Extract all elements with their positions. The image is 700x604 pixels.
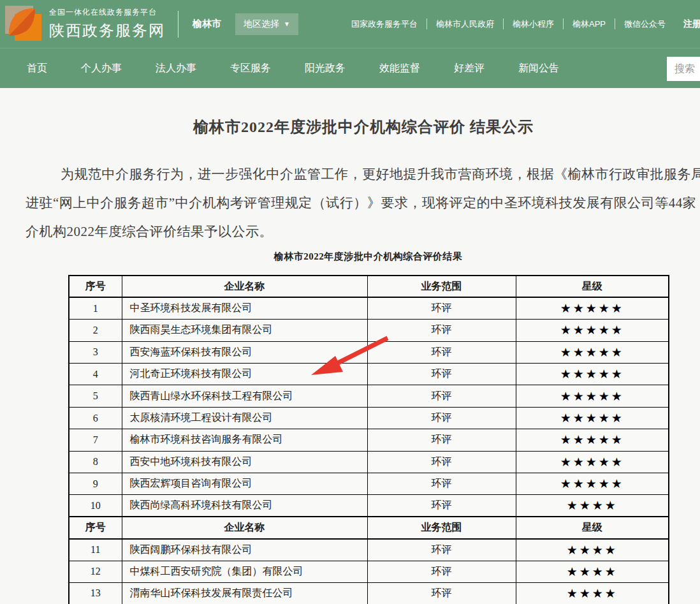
- nav-item-4[interactable]: 专区服务: [230, 62, 271, 75]
- table-row: 5陕西青山绿水环保科技工程有限公司环评★★★★★: [69, 385, 669, 407]
- cell-scope: 环评: [367, 582, 516, 604]
- cell-no: 1: [69, 297, 122, 319]
- nav-item-1[interactable]: 首页: [27, 62, 47, 75]
- cell-stars: ★★★★: [516, 582, 669, 604]
- cell-no: 6: [69, 407, 122, 429]
- current-city[interactable]: 榆林市: [193, 18, 221, 30]
- column-header: 序号: [69, 517, 122, 538]
- cell-no: 3: [69, 341, 122, 363]
- cell-scope: 环评: [367, 407, 516, 429]
- region-selector-button[interactable]: 地区选择 ▼: [235, 13, 298, 35]
- column-header: 业务范围: [367, 517, 516, 538]
- cell-name: 渭南华山环保科技发展有限责任公司: [122, 582, 367, 604]
- table-row: 9陕西宏辉项目咨询有限公司环评★★★★★: [69, 473, 669, 495]
- cell-no: 13: [69, 582, 122, 604]
- platform-name: 全国一体化在线政务服务平台: [49, 7, 165, 18]
- article: 榆林市2022年度涉批中介机构综合评价 结果公示 为规范中介服务行为，进一步强化…: [0, 118, 700, 604]
- nav-item-7[interactable]: 好差评: [454, 62, 485, 75]
- cell-scope: 环评: [367, 429, 516, 451]
- cell-name: 中圣环境科技发展有限公司: [122, 297, 367, 319]
- region-selector-label: 地区选择: [244, 18, 279, 30]
- results-section: 榆林市2022年度涉批中介机构综合评价结果 序号企业名称业务范围星级1中圣环境科…: [68, 250, 668, 604]
- link-separator: [427, 18, 427, 29]
- search-input[interactable]: [667, 57, 700, 81]
- cell-name: 陕西雨昊生态环境集团有限公司: [122, 320, 367, 341]
- paragraph-line: 进驻“网上中介服务超市”中介机构考评管理规定（试行）》要求，现将评定的中圣环境科…: [26, 189, 700, 217]
- link-separator: [503, 18, 504, 29]
- cell-stars: ★★★★★: [516, 407, 669, 429]
- cell-stars: ★★★★★: [516, 364, 669, 385]
- cell-no: 11: [69, 539, 122, 561]
- cell-name: 陕西宏辉项目咨询有限公司: [122, 473, 367, 495]
- table-row: 2陕西雨昊生态环境集团有限公司环评★★★★★: [69, 320, 669, 341]
- cell-stars: ★★★★★: [516, 320, 669, 341]
- column-header: 业务范围: [367, 276, 516, 297]
- link-separator: [615, 18, 615, 29]
- cell-scope: 环评: [367, 495, 516, 517]
- cell-no: 8: [69, 451, 122, 473]
- table-row: 6太原核清环境工程设计有限公司环评★★★★★: [69, 407, 669, 429]
- table-row: 1中圣环境科技发展有限公司环评★★★★★: [69, 297, 669, 319]
- nav-item-8[interactable]: 新闻公告: [518, 62, 559, 75]
- cell-name: 河北奇正环境科技有限公司: [122, 364, 367, 385]
- cell-name: 中煤科工西安研究院（集团）有限公司: [122, 561, 367, 582]
- cell-stars: ★★★★★: [516, 297, 669, 319]
- cell-scope: 环评: [367, 385, 516, 407]
- top-link-5[interactable]: 微信公众号: [624, 18, 666, 30]
- cell-name: 陕西尚绿高科环境科技有限公司: [122, 495, 367, 517]
- cell-scope: 环评: [367, 473, 516, 495]
- brand-text: 全国一体化在线政务服务平台 陕西政务服务网: [49, 7, 165, 41]
- column-header: 星级: [516, 276, 669, 297]
- table-header-row: 序号企业名称业务范围星级: [69, 276, 669, 297]
- top-link-1[interactable]: 国家政务服务平台: [351, 18, 418, 30]
- site-name: 陕西政务服务网: [49, 20, 165, 41]
- cell-no: 2: [69, 320, 122, 341]
- cell-name: 陕西青山绿水环保科技工程有限公司: [122, 385, 367, 407]
- register-link[interactable]: 注册: [683, 18, 700, 30]
- cell-stars: ★★★★: [516, 539, 669, 561]
- table-row: 4河北奇正环境科技有限公司环评★★★★★: [69, 364, 669, 385]
- cell-scope: 环评: [367, 539, 516, 561]
- cell-stars: ★★★★★: [516, 341, 669, 363]
- top-links: 国家政务服务平台榆林市人民政府榆林小程序榆林APP微信公众号: [351, 18, 666, 30]
- column-header: 序号: [69, 276, 122, 297]
- nav-item-5[interactable]: 阳光政务: [305, 62, 346, 75]
- site-header: 全国一体化在线政务服务平台 陕西政务服务网 榆林市 地区选择 ▼ 国家政务服务平…: [0, 0, 700, 48]
- nav-item-6[interactable]: 效能监督: [379, 62, 420, 75]
- chevron-down-icon: ▼: [284, 21, 290, 27]
- cell-name: 榆林市环境科技咨询服务有限公司: [122, 429, 367, 451]
- cell-no: 5: [69, 385, 122, 407]
- cell-stars: ★★★★★: [516, 429, 669, 451]
- table-row: 13渭南华山环保科技发展有限责任公司环评★★★★: [69, 582, 669, 604]
- page-title: 榆林市2022年度涉批中介机构综合评价 结果公示: [0, 118, 700, 136]
- nav-item-3[interactable]: 法人办事: [156, 62, 196, 75]
- cell-stars: ★★★★: [516, 561, 669, 582]
- cell-no: 12: [69, 561, 122, 582]
- nav-items: 首页个人办事法人办事专区服务阳光政务效能监督好差评新闻公告: [0, 62, 559, 75]
- column-header: 企业名称: [122, 276, 367, 297]
- cell-no: 10: [69, 495, 122, 517]
- cell-no: 7: [69, 429, 122, 451]
- nav-item-2[interactable]: 个人办事: [81, 62, 122, 75]
- cell-scope: 环评: [367, 320, 516, 341]
- table-row: 12中煤科工西安研究院（集团）有限公司环评★★★★: [69, 561, 669, 582]
- site-header-inner: 全国一体化在线政务服务平台 陕西政务服务网 榆林市 地区选择 ▼ 国家政务服务平…: [0, 0, 700, 48]
- cell-name: 陕西阔鹏环保科技有限公司: [122, 539, 367, 561]
- cell-no: 4: [69, 364, 122, 385]
- top-link-4[interactable]: 榆林APP: [572, 18, 606, 30]
- cell-stars: ★★★★★: [516, 473, 669, 495]
- cell-scope: 环评: [367, 451, 516, 473]
- top-link-2[interactable]: 榆林市人民政府: [436, 18, 494, 30]
- table-caption: 榆林市2022年度涉批中介机构综合评价结果: [68, 250, 668, 263]
- header-divider: [178, 11, 179, 38]
- top-link-3[interactable]: 榆林小程序: [513, 18, 554, 30]
- main-nav: 首页个人办事法人办事专区服务阳光政务效能监督好差评新闻公告: [0, 48, 700, 88]
- announcement-paragraph: 为规范中介服务行为，进一步强化中介监管工作，更好地提升我市营商环境，根据《榆林市…: [26, 160, 700, 246]
- cell-name: 西安中地环境科技有限公司: [122, 451, 367, 473]
- cell-name: 太原核清环境工程设计有限公司: [122, 407, 367, 429]
- table-row: 10陕西尚绿高科环境科技有限公司环评★★★★: [69, 495, 669, 517]
- results-table: 序号企业名称业务范围星级1中圣环境科技发展有限公司环评★★★★★2陕西雨昊生态环…: [68, 275, 669, 604]
- site-logo-icon: [5, 6, 41, 42]
- table-row: 7榆林市环境科技咨询服务有限公司环评★★★★★: [69, 429, 669, 451]
- link-separator: [563, 18, 564, 29]
